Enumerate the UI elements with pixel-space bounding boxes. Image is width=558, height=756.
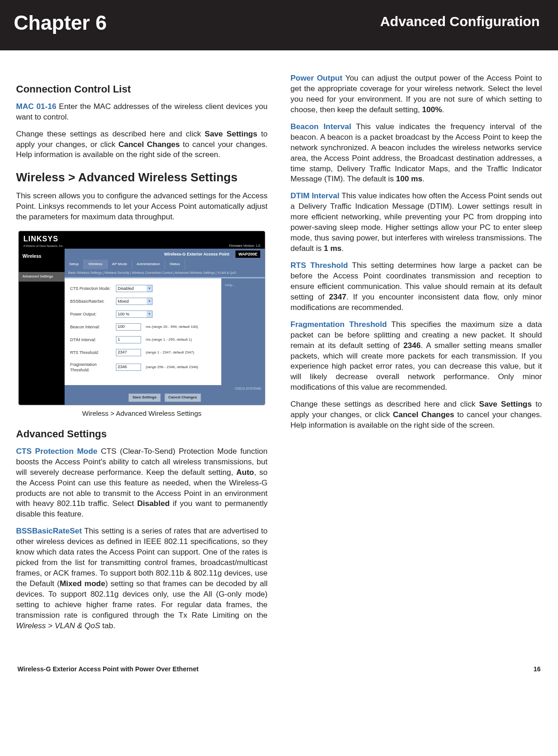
input-rts[interactable]: 2347 bbox=[116, 349, 141, 356]
page-footer: Wireless-G Exterior Access Point with Po… bbox=[0, 656, 558, 686]
lead-dtim: DTIM Interval bbox=[290, 191, 339, 200]
para-beacon: Beacon Interval This value indicates the… bbox=[290, 122, 542, 185]
fig-help-panel: Help... bbox=[221, 278, 265, 385]
row-dtim: DTIM Interval:1ms (range 1 - 255, defaul… bbox=[70, 336, 216, 343]
row-rts: RTS Threshold:2347(range 1 - 2347, defau… bbox=[70, 349, 216, 356]
para-frag: Fragmentation Threshold This specifies t… bbox=[290, 320, 542, 393]
row-bss: BSSBasicRateSet:Mixed▾ bbox=[70, 298, 216, 305]
bold-save: Save Settings bbox=[479, 400, 532, 408]
bold-auto: Auto bbox=[236, 468, 254, 477]
select-cts[interactable]: Disabled▾ bbox=[116, 285, 153, 292]
select-power[interactable]: 100 %▾ bbox=[116, 310, 153, 318]
lbl-bss: BSSBasicRateSet: bbox=[70, 299, 116, 304]
bold-save: Save Settings bbox=[205, 130, 257, 138]
chevron-down-icon: ▾ bbox=[147, 285, 152, 292]
hint-frag: (range 256 - 2346, default 2346) bbox=[146, 365, 198, 370]
tab-wireless[interactable]: Wireless bbox=[84, 260, 108, 269]
lead-frag: Fragmentation Threshold bbox=[290, 320, 387, 329]
bold-100pct: 100% bbox=[422, 105, 442, 114]
page-header: Chapter 6 Advanced Configuration bbox=[0, 0, 558, 50]
section-title: Advanced Configuration bbox=[380, 14, 540, 29]
bold-100ms: 100 ms bbox=[396, 174, 422, 183]
t: This value indicates how often the Acces… bbox=[290, 191, 542, 253]
tab-apmode[interactable]: AP Mode bbox=[108, 260, 132, 269]
bold-cancel: Cancel Changes bbox=[118, 140, 180, 149]
lbl-beacon: Beacon Interval: bbox=[70, 324, 116, 330]
bold-disabled: Disabled bbox=[137, 499, 170, 508]
input-beacon[interactable]: 100 bbox=[116, 323, 141, 331]
cisco-logo: CISCO SYSTEMS bbox=[65, 385, 265, 391]
linksys-sublogo: A Division of Cisco Systems, Inc. bbox=[23, 244, 63, 248]
para-change1: Change these settings as described here … bbox=[16, 129, 268, 161]
bold-2346: 2346 bbox=[403, 341, 421, 350]
hint-dtim: ms (range 1 - 255, default 1) bbox=[146, 337, 192, 343]
lbl-frag: Fragmentation Threshold: bbox=[70, 362, 116, 373]
tab-setup[interactable]: Setup bbox=[65, 260, 84, 269]
lbl-cts: CTS Protection Mode: bbox=[70, 286, 116, 291]
help-link[interactable]: Help... bbox=[225, 283, 235, 287]
row-frag: Fragmentation Threshold:2346(range 256 -… bbox=[70, 362, 216, 373]
para-change2: Change these settings as described here … bbox=[290, 399, 542, 431]
cancel-changes-button[interactable]: Cancel Changes bbox=[164, 393, 201, 402]
fig-main: Wireless-G Exterior Access Point WAP200E… bbox=[65, 249, 265, 405]
t: . bbox=[422, 174, 425, 183]
val: Mixed bbox=[118, 299, 129, 304]
heading-wireless-advanced: Wireless > Advanced Wireless Settings bbox=[16, 169, 268, 185]
save-settings-button[interactable]: Save Settings bbox=[128, 393, 160, 402]
sidebar-wireless[interactable]: Wireless bbox=[19, 249, 65, 264]
para-cts: CTS Protection Mode CTS (Clear-To-Send) … bbox=[16, 446, 268, 520]
t: Change these settings as described here … bbox=[16, 130, 205, 138]
lbl-power: Power Output: bbox=[70, 311, 116, 317]
t: This setting is a series of rates that a… bbox=[16, 527, 268, 588]
heading-connection-control: Connection Control List bbox=[16, 82, 268, 96]
para-dtim: DTIM Interval This value indicates how o… bbox=[290, 191, 542, 254]
fig-subtabs[interactable]: Basic Wireless Settings | Wireless Secur… bbox=[65, 269, 265, 277]
t: . bbox=[442, 105, 444, 114]
fig-tabs: Setup Wireless AP Mode Administration St… bbox=[65, 260, 265, 269]
fig-sidebar: Wireless Advanced Settings bbox=[19, 249, 65, 405]
fig-footer: Save Settings Cancel Changes bbox=[65, 391, 265, 405]
select-bss[interactable]: Mixed▾ bbox=[116, 298, 153, 305]
left-column: Connection Control List MAC 01-16 Enter … bbox=[16, 73, 268, 638]
fig-form: CTS Protection Mode:Disabled▾ BSSBasicRa… bbox=[65, 278, 221, 385]
input-dtim[interactable]: 1 bbox=[116, 336, 141, 343]
lead-bss: BSSBasicRateSet bbox=[16, 527, 82, 535]
input-frag[interactable]: 2346 bbox=[116, 364, 141, 371]
lbl-rts: RTS Threshold: bbox=[70, 350, 116, 355]
bold-mixed: Mixed mode bbox=[60, 579, 105, 588]
content-area: Connection Control List MAC 01-16 Enter … bbox=[0, 50, 558, 656]
fig-body: Wireless Advanced Settings Wireless-G Ex… bbox=[19, 249, 265, 405]
lead-mac: MAC 01-16 bbox=[16, 102, 56, 111]
figure-screenshot: LINKSYS A Division of Cisco Systems, Inc… bbox=[18, 231, 265, 405]
fig-logo-bar: LINKSYS A Division of Cisco Systems, Inc… bbox=[19, 231, 265, 249]
lead-power: Power Output bbox=[290, 74, 342, 82]
footer-product: Wireless-G Exterior Access Point with Po… bbox=[17, 665, 198, 673]
row-cts: CTS Protection Mode:Disabled▾ bbox=[70, 285, 216, 292]
row-power: Power Output:100 %▾ bbox=[70, 310, 216, 318]
para-power: Power Output You can adjust the output p… bbox=[290, 73, 542, 115]
chevron-down-icon: ▾ bbox=[147, 298, 152, 305]
figure-caption: Wireless > Advanced Wireless Settings bbox=[16, 409, 268, 418]
tab-status[interactable]: Status bbox=[165, 260, 185, 269]
tab-admin[interactable]: Administration bbox=[132, 260, 165, 269]
heading-advanced-settings: Advanced Settings bbox=[16, 427, 268, 441]
lead-rts: RTS Threshold bbox=[290, 261, 348, 270]
para-mac: MAC 01-16 Enter the MAC addresses of the… bbox=[16, 102, 268, 123]
para-rts: RTS Threshold This setting determines ho… bbox=[290, 261, 542, 313]
bold-1ms: 1 ms bbox=[324, 244, 342, 253]
fig-title-row: Wireless-G Exterior Access Point WAP200E bbox=[65, 249, 265, 260]
fig-logo-block: LINKSYS A Division of Cisco Systems, Inc… bbox=[23, 234, 63, 248]
fig-model: WAP200E bbox=[235, 250, 260, 258]
lead-cts: CTS Protection Mode bbox=[16, 447, 98, 456]
lead-beacon: Beacon Interval bbox=[290, 122, 351, 131]
linksys-logo: LINKSYS bbox=[23, 234, 63, 244]
lbl-dtim: DTIM Interval: bbox=[70, 337, 116, 343]
sidebar-advanced-settings: Advanced Settings bbox=[19, 272, 65, 282]
t: Change these settings as described here … bbox=[290, 400, 479, 408]
val: 100 % bbox=[118, 311, 130, 317]
para-aws: This screen allows you to configure the … bbox=[16, 191, 268, 223]
val: Disabled bbox=[118, 286, 134, 291]
fig-settings: CTS Protection Mode:Disabled▾ BSSBasicRa… bbox=[65, 278, 265, 385]
chevron-down-icon: ▾ bbox=[147, 311, 152, 317]
bold-cancel: Cancel Changes bbox=[393, 410, 454, 419]
